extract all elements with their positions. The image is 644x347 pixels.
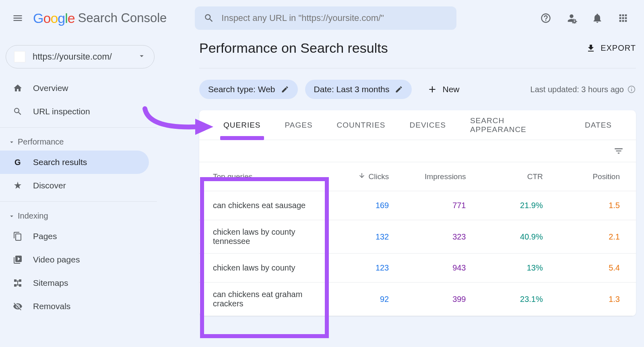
col-header-ctr[interactable]: CTR bbox=[482, 172, 559, 181]
url-inspect-search[interactable] bbox=[195, 6, 456, 30]
plus-icon bbox=[427, 84, 438, 95]
sidebar-item-pages[interactable]: Pages bbox=[0, 225, 149, 248]
cell-query: chicken laws by county tennessee bbox=[199, 227, 328, 246]
notifications-icon[interactable] bbox=[592, 12, 603, 24]
video-icon bbox=[12, 254, 23, 265]
cell-position: 1.5 bbox=[559, 201, 636, 210]
search-icon bbox=[12, 106, 23, 117]
google-logo: Google Search Console bbox=[33, 10, 167, 26]
download-icon bbox=[586, 43, 596, 53]
chevron-down-icon bbox=[8, 213, 15, 220]
chip-search-type[interactable]: Search type: Web bbox=[199, 80, 298, 99]
pages-icon bbox=[12, 231, 23, 242]
cell-ctr: 21.9% bbox=[482, 201, 559, 210]
user-settings-icon[interactable] bbox=[566, 12, 577, 24]
property-selector[interactable]: https://yoursite.com/ bbox=[6, 45, 155, 68]
export-button[interactable]: EXPORT bbox=[586, 43, 636, 53]
cell-clicks: 169 bbox=[328, 201, 405, 210]
hamburger-menu[interactable] bbox=[8, 8, 27, 28]
sidebar-item-removals[interactable]: Removals bbox=[0, 295, 149, 318]
tab-queries[interactable]: QUERIES bbox=[223, 110, 261, 140]
svg-text:G: G bbox=[14, 158, 21, 167]
last-updated: Last updated: 3 hours ago bbox=[530, 85, 636, 94]
home-icon bbox=[12, 83, 23, 94]
edit-icon bbox=[281, 85, 289, 93]
tab-countries[interactable]: COUNTRIES bbox=[337, 110, 386, 140]
cell-ctr: 13% bbox=[482, 263, 559, 273]
g-icon: G bbox=[12, 157, 23, 168]
table-row[interactable]: chicken laws by county tennessee 132 323… bbox=[199, 220, 636, 254]
tab-dates[interactable]: DATES bbox=[585, 110, 612, 140]
tab-devices[interactable]: DEVICES bbox=[410, 110, 446, 140]
cell-impressions: 943 bbox=[405, 263, 482, 273]
queries-table: Top queries Clicks Impressions CTR Posit… bbox=[199, 162, 636, 316]
col-header-clicks[interactable]: Clicks bbox=[328, 172, 405, 181]
table-row[interactable]: can chickens eat sausage 169 771 21.9% 1… bbox=[199, 191, 636, 220]
queries-card: QUERIES PAGES COUNTRIES DEVICES SEARCH A… bbox=[199, 110, 636, 316]
cell-clicks: 123 bbox=[328, 263, 405, 273]
sidebar-section-indexing[interactable]: Indexing bbox=[0, 206, 157, 225]
cell-impressions: 323 bbox=[405, 232, 482, 242]
apps-icon[interactable] bbox=[617, 12, 629, 24]
chip-date[interactable]: Date: Last 3 months bbox=[305, 80, 412, 99]
cell-clicks: 92 bbox=[328, 295, 405, 304]
property-url: https://yoursite.com/ bbox=[33, 52, 137, 62]
cell-impressions: 399 bbox=[405, 295, 482, 304]
edit-icon bbox=[395, 85, 403, 93]
sitemap-icon bbox=[12, 277, 23, 289]
sidebar-item-overview[interactable]: Overview bbox=[0, 76, 149, 100]
search-icon bbox=[204, 13, 214, 23]
cell-query: can chickens eat sausage bbox=[199, 201, 328, 210]
cell-ctr: 23.1% bbox=[482, 295, 559, 304]
info-icon[interactable] bbox=[627, 85, 636, 94]
col-header-impressions[interactable]: Impressions bbox=[405, 172, 482, 181]
table-row[interactable]: chicken laws by county 123 943 13% 5.4 bbox=[199, 254, 636, 283]
new-filter-button[interactable]: New bbox=[427, 84, 459, 95]
cell-position: 1.3 bbox=[559, 295, 636, 304]
cell-clicks: 132 bbox=[328, 232, 405, 242]
asterisk-icon bbox=[12, 180, 23, 191]
sidebar-item-video-pages[interactable]: Video pages bbox=[0, 248, 149, 271]
dropdown-arrow-icon bbox=[137, 52, 146, 62]
page-title: Performance on Search results bbox=[199, 40, 388, 56]
visibility-off-icon bbox=[12, 301, 23, 312]
cell-query: can chickens eat graham crackers bbox=[199, 290, 328, 308]
sidebar-item-sitemaps[interactable]: Sitemaps bbox=[0, 271, 149, 295]
sidebar-section-performance[interactable]: Performance bbox=[0, 132, 157, 151]
cell-position: 5.4 bbox=[559, 263, 636, 273]
cell-position: 2.1 bbox=[559, 232, 636, 242]
property-favicon bbox=[14, 51, 25, 62]
table-row[interactable]: can chickens eat graham crackers 92 399 … bbox=[199, 283, 636, 316]
cell-query: chicken laws by county bbox=[199, 263, 328, 273]
cell-impressions: 771 bbox=[405, 201, 482, 210]
col-header-position[interactable]: Position bbox=[559, 172, 636, 181]
cell-ctr: 40.9% bbox=[482, 232, 559, 242]
search-input[interactable] bbox=[221, 13, 448, 23]
chevron-down-icon bbox=[8, 138, 15, 146]
col-header-query[interactable]: Top queries bbox=[199, 172, 328, 181]
sort-arrow-icon bbox=[358, 172, 365, 181]
app-title: Search Console bbox=[78, 11, 167, 25]
sidebar-item-url-inspection[interactable]: URL inspection bbox=[0, 100, 149, 123]
tab-search-appearance[interactable]: SEARCH APPEARANCE bbox=[470, 110, 561, 140]
help-icon[interactable] bbox=[540, 12, 551, 24]
filter-icon[interactable] bbox=[613, 146, 624, 156]
sidebar-item-discover[interactable]: Discover bbox=[0, 174, 149, 197]
tab-pages[interactable]: PAGES bbox=[285, 110, 313, 140]
sidebar-item-search-results[interactable]: G Search results bbox=[0, 151, 149, 174]
